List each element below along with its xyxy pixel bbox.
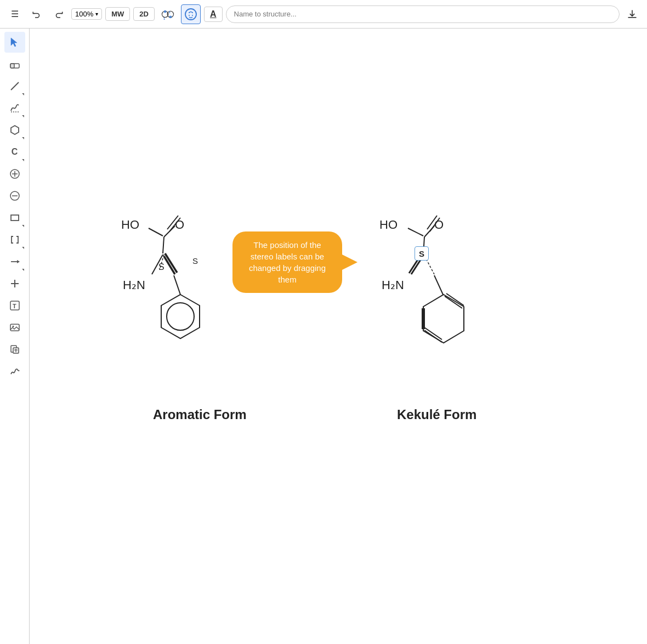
svg-line-40 bbox=[164, 226, 175, 237]
ring-tool[interactable] bbox=[4, 120, 25, 140]
add-charge-tool[interactable] bbox=[4, 163, 25, 184]
svg-point-3 bbox=[169, 15, 172, 18]
svg-text:H₂N: H₂N bbox=[382, 278, 404, 292]
svg-text:T: T bbox=[13, 303, 16, 309]
template-tool[interactable] bbox=[4, 339, 25, 360]
tooltip-text: The position of the stereo labels can be… bbox=[249, 240, 326, 284]
svg-rect-13 bbox=[10, 64, 14, 68]
svg-point-2 bbox=[164, 10, 167, 13]
image-tool[interactable] bbox=[4, 317, 25, 338]
sidebar: C bbox=[0, 29, 30, 644]
svg-text:H₂N: H₂N bbox=[123, 278, 145, 292]
freehand-tool[interactable] bbox=[4, 98, 25, 118]
atom-map-button[interactable]: 1 1 bbox=[158, 4, 178, 24]
aromatic-molecule: HO O S H₂N bbox=[115, 188, 257, 396]
svg-text:1: 1 bbox=[163, 16, 165, 20]
select-tool[interactable] bbox=[4, 32, 25, 53]
download-button[interactable] bbox=[623, 5, 642, 24]
zoom-level: 100% bbox=[75, 10, 93, 18]
zoom-control[interactable]: 100% ▾ bbox=[71, 8, 102, 20]
rectangle-tool[interactable] bbox=[4, 207, 25, 228]
svg-text:O: O bbox=[175, 218, 184, 231]
text-tool[interactable]: T bbox=[4, 295, 25, 316]
svg-point-30 bbox=[12, 326, 14, 327]
zoom-chevron: ▾ bbox=[95, 11, 98, 17]
svg-text:HO: HO bbox=[121, 218, 139, 231]
toolbar: ☰ 100% ▾ MW 2D 1 1 A bbox=[0, 0, 647, 29]
bond-tool[interactable] bbox=[4, 76, 25, 97]
mw-button[interactable]: MW bbox=[105, 7, 130, 21]
svg-text:HO: HO bbox=[379, 218, 398, 231]
aromatic-form-label: Aromatic Form bbox=[153, 407, 247, 422]
signature-tool[interactable] bbox=[4, 361, 25, 382]
tooltip-bubble: The position of the stereo labels can be… bbox=[232, 231, 342, 293]
svg-line-14 bbox=[11, 82, 19, 90]
svg-line-65 bbox=[424, 330, 442, 342]
svg-marker-24 bbox=[17, 260, 20, 263]
kekule-molecule: HO O H₂N bbox=[375, 188, 523, 396]
svg-marker-16 bbox=[11, 126, 19, 134]
carbon-tool[interactable]: C bbox=[4, 142, 25, 162]
canvas[interactable]: HO O S H₂N bbox=[30, 29, 647, 644]
svg-point-10 bbox=[192, 15, 193, 16]
text-button[interactable]: A bbox=[204, 7, 223, 22]
svg-rect-22 bbox=[11, 215, 19, 221]
svg-marker-11 bbox=[11, 38, 17, 47]
svg-line-41 bbox=[163, 237, 164, 253]
bracket-tool[interactable] bbox=[4, 229, 25, 250]
aromatic-stereo-label[interactable]: S bbox=[192, 256, 198, 265]
undo-button[interactable] bbox=[27, 5, 46, 24]
svg-text:1: 1 bbox=[169, 10, 171, 13]
svg-line-39 bbox=[149, 228, 163, 236]
svg-point-9 bbox=[189, 15, 190, 16]
2d-button[interactable]: 2D bbox=[133, 7, 155, 21]
svg-rect-29 bbox=[10, 324, 19, 331]
svg-line-50 bbox=[174, 275, 180, 295]
menu-button[interactable]: ☰ bbox=[5, 5, 24, 24]
kekule-form-label: Kekulé Form bbox=[397, 407, 476, 422]
arrow-tool[interactable] bbox=[4, 251, 25, 272]
name-to-structure-input[interactable] bbox=[226, 5, 620, 23]
help-button[interactable] bbox=[181, 4, 201, 24]
redo-button[interactable] bbox=[49, 5, 68, 24]
plus-tool[interactable] bbox=[4, 273, 25, 294]
svg-line-56 bbox=[424, 226, 434, 237]
svg-line-69 bbox=[434, 275, 443, 295]
kekule-stereo-label[interactable]: S bbox=[415, 246, 429, 261]
svg-point-49 bbox=[167, 303, 194, 330]
svg-text:O: O bbox=[434, 218, 444, 231]
eraser-tool[interactable] bbox=[4, 54, 25, 75]
remove-charge-tool[interactable] bbox=[4, 185, 25, 206]
svg-line-55 bbox=[408, 228, 423, 236]
main-container: C bbox=[0, 29, 647, 644]
